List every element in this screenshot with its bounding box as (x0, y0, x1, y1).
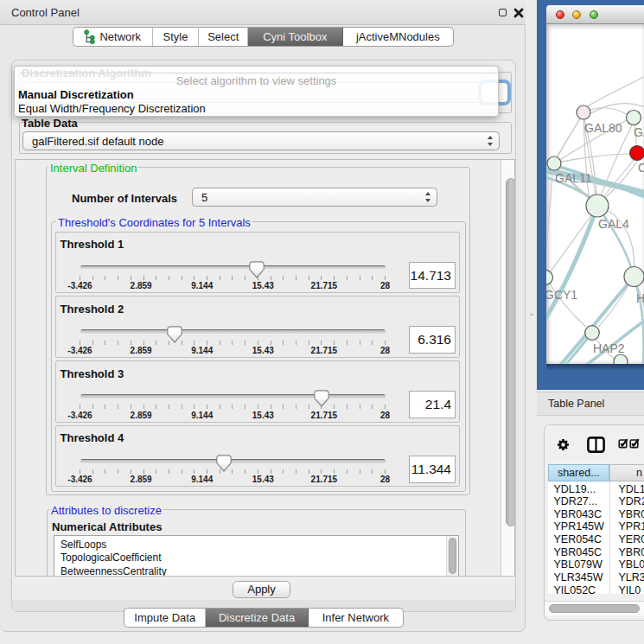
svg-text:GAL11: GAL11 (555, 171, 592, 185)
svg-text:GCY1: GCY1 (546, 288, 577, 302)
svg-text:GAL4: GAL4 (598, 217, 629, 231)
svg-text:GA: GA (634, 125, 644, 139)
svg-text:H: H (636, 291, 644, 305)
svg-text:GAL80: GAL80 (584, 121, 622, 135)
svg-text:HAP2: HAP2 (593, 341, 625, 355)
svg-text:CO: CO (638, 161, 644, 175)
